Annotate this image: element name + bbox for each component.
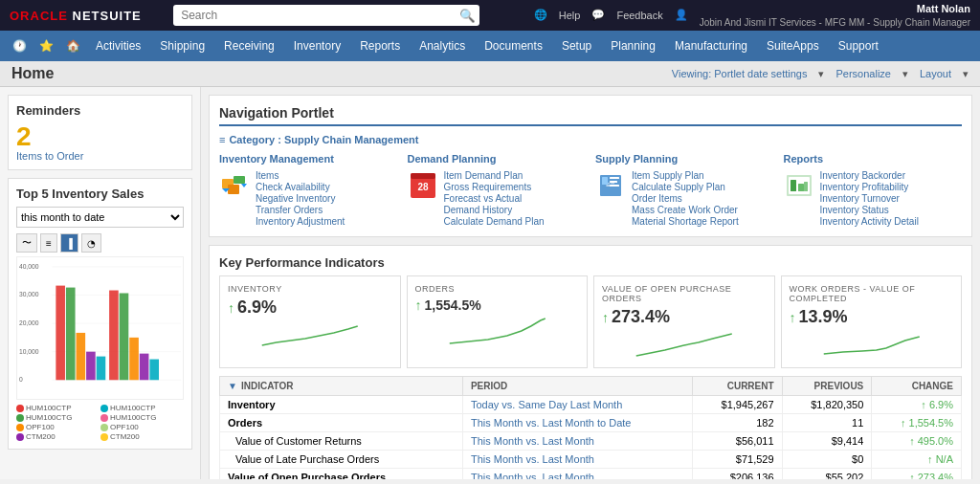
nav-receiving[interactable]: Receiving	[214, 31, 284, 61]
link-material-shortage-report[interactable]: Material Shortage Report	[632, 216, 739, 227]
link-demand-history[interactable]: Demand History	[444, 205, 545, 215]
reminder-count: 2	[16, 123, 184, 150]
nav-bar: 🕐 ⭐ 🏠 Activities Shipping Receiving Inve…	[0, 31, 980, 61]
kpi-card-inventory: INVENTORY ↑6.9%	[219, 275, 401, 368]
star-icon[interactable]: ⭐	[33, 33, 59, 59]
personalize-chevron[interactable]: ▾	[902, 68, 908, 80]
indicator-late-po: Value of Late Purchase Orders	[220, 451, 463, 469]
kpi-value-work-orders: ↑13.9%	[790, 307, 954, 327]
svg-rect-18	[140, 354, 149, 381]
link-item-supply-plan[interactable]: Item Supply Plan	[632, 170, 739, 181]
portlet-date-chevron[interactable]: ▾	[818, 68, 824, 80]
search-button[interactable]: 🔍	[459, 9, 476, 23]
link-inventory-activity-detail[interactable]: Inventory Activity Detail	[820, 216, 919, 227]
link-inventory-adjustment[interactable]: Inventory Adjustment	[256, 216, 345, 227]
nav-documents[interactable]: Documents	[475, 31, 552, 61]
change-customer-returns: ↑ 495.0%	[872, 432, 962, 451]
demand-links: Item Demand Plan Gross Requirements Fore…	[444, 170, 545, 227]
reminder-label[interactable]: Items to Order	[16, 150, 184, 162]
change-orders: ↑ 1,554.5%	[872, 414, 962, 432]
previous-inventory: $1,820,350	[782, 396, 872, 414]
link-calculate-supply-plan[interactable]: Calculate Supply Plan	[632, 182, 739, 192]
svg-rect-16	[120, 293, 129, 380]
chart-bar-btn[interactable]: ▐	[60, 233, 78, 253]
chart-pie-btn[interactable]: ◔	[81, 233, 101, 253]
period-orders[interactable]: This Month vs. Last Month to Date	[462, 414, 692, 432]
nav-portlet-title: Navigation Portlet	[219, 105, 962, 126]
col-title-demand: Demand Planning	[408, 153, 587, 165]
nav-analytics[interactable]: Analytics	[410, 31, 475, 61]
nav-activities[interactable]: Activities	[86, 31, 150, 61]
period-open-po[interactable]: This Month vs. Last Month	[462, 469, 692, 480]
link-inventory-backorder[interactable]: Inventory Backorder	[820, 170, 919, 181]
link-inventory-turnover[interactable]: Inventory Turnover	[820, 193, 919, 204]
previous-late-po: $0	[782, 451, 872, 469]
nav-suiteapps[interactable]: SuiteApps	[757, 31, 829, 61]
user-info: Matt Nolan Jobin And Jismi IT Services -…	[700, 2, 970, 28]
period-customer-returns[interactable]: This Month vs. Last Month	[462, 432, 692, 451]
link-transfer-orders[interactable]: Transfer Orders	[256, 205, 345, 215]
supply-links: Item Supply Plan Calculate Supply Plan O…	[632, 170, 739, 227]
svg-text:28: 28	[417, 182, 429, 192]
svg-rect-12	[77, 333, 86, 380]
kpi-portlet: Key Performance Indicators INVENTORY ↑6.…	[209, 245, 972, 479]
col-title-supply: Supply Planning	[595, 153, 774, 165]
nav-planning[interactable]: Planning	[601, 31, 665, 61]
kpi-label-orders: ORDERS	[415, 284, 580, 294]
link-calculate-demand-plan[interactable]: Calculate Demand Plan	[444, 216, 545, 227]
link-item-demand-plan[interactable]: Item Demand Plan	[444, 170, 545, 181]
feedback-icon[interactable]: 💬	[591, 9, 605, 21]
help-link[interactable]: Help	[559, 10, 581, 21]
previous-customer-returns: $9,414	[782, 432, 872, 451]
top5-period-select[interactable]: this month to date	[16, 207, 184, 228]
change-inventory: ↑ 6.9%	[872, 396, 962, 414]
previous-orders: 11	[782, 414, 872, 432]
nav-portlet-col-supply: Supply Planning ≡≡	[595, 153, 774, 227]
inventory-links: Items Check Availability Negative Invent…	[256, 170, 345, 227]
link-negative-inventory[interactable]: Negative Inventory	[256, 193, 345, 204]
link-forecast-vs-actual[interactable]: Forecast vs Actual	[444, 193, 545, 204]
home-icon[interactable]: 🏠	[59, 33, 86, 59]
layout-link[interactable]: Layout	[920, 68, 951, 79]
clock-icon[interactable]: 🕐	[6, 33, 33, 59]
svg-rect-22	[234, 176, 245, 184]
svg-rect-26	[411, 173, 435, 179]
personalize-link[interactable]: Personalize	[835, 68, 890, 79]
period-inventory[interactable]: Today vs. Same Day Last Month	[462, 396, 692, 414]
indicator-open-po: Value of Open Purchase Orders	[220, 469, 463, 480]
chart-table-btn[interactable]: ≡	[40, 233, 57, 253]
svg-rect-30	[602, 177, 608, 185]
layout-chevron[interactable]: ▾	[963, 68, 969, 80]
kpi-sparkline-orders	[415, 317, 580, 345]
nav-inventory[interactable]: Inventory	[284, 31, 350, 61]
top5-panel: Top 5 Inventory Sales this month to date…	[8, 178, 192, 450]
link-check-availability[interactable]: Check Availability	[256, 182, 345, 192]
page-title: Home	[11, 65, 54, 82]
svg-rect-32	[610, 181, 617, 183]
period-late-po[interactable]: This Month vs. Last Month	[462, 451, 692, 469]
link-mass-create-work-order[interactable]: Mass Create Work Order	[632, 205, 739, 215]
kpi-value-purchase-orders: ↑273.4%	[602, 307, 767, 327]
kpi-card-orders: ORDERS ↑1,554.5%	[407, 275, 589, 368]
nav-reports[interactable]: Reports	[350, 31, 410, 61]
svg-rect-31	[610, 177, 619, 179]
link-inventory-profitability[interactable]: Inventory Profitability	[820, 182, 919, 192]
nav-shipping[interactable]: Shipping	[150, 31, 214, 61]
globe-icon[interactable]: 🌐	[534, 9, 547, 21]
top-bar: ORACLE NETSUITE 🔍 🌐 Help 💬 Feedback 👤 Ma…	[0, 0, 980, 31]
search-input[interactable]	[173, 5, 479, 26]
link-gross-requirements[interactable]: Gross Requirements	[444, 182, 545, 192]
nav-setup[interactable]: Setup	[552, 31, 601, 61]
change-open-po: ↑ 273.4%	[872, 469, 962, 480]
link-order-items[interactable]: Order Items	[632, 193, 739, 204]
link-items[interactable]: Items	[256, 170, 345, 181]
nav-manufacturing[interactable]: Manufacturing	[665, 31, 757, 61]
user-role: Jobin And Jismi IT Services - MFG MM - S…	[700, 16, 970, 29]
link-inventory-status[interactable]: Inventory Status	[820, 205, 919, 215]
feedback-link[interactable]: Feedback	[616, 10, 662, 21]
portlet-date-settings[interactable]: Viewing: Portlet date settings	[672, 68, 808, 79]
nav-support[interactable]: Support	[829, 31, 888, 61]
kpi-sparkline-purchase-orders	[602, 331, 767, 360]
svg-rect-38	[804, 182, 808, 191]
chart-line-btn[interactable]: 〜	[16, 233, 37, 253]
